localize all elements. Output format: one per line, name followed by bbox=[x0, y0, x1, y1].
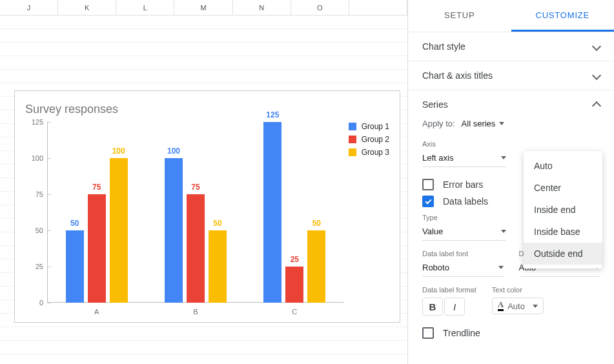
embedded-chart[interactable]: Survey responses 02550751001255075100A10… bbox=[14, 90, 400, 323]
chevron-down-icon bbox=[592, 71, 601, 80]
bold-button[interactable]: B bbox=[422, 298, 443, 316]
dropdown-option[interactable]: Center bbox=[524, 177, 602, 199]
column-header[interactable]: M bbox=[174, 0, 232, 15]
chevron-up-icon bbox=[592, 101, 601, 110]
spreadsheet-canvas[interactable]: JKLMNO Survey responses 0255075100125507… bbox=[0, 0, 407, 364]
sheet-row[interactable] bbox=[0, 70, 407, 83]
bar[interactable] bbox=[66, 230, 84, 303]
italic-button[interactable]: I bbox=[444, 298, 465, 316]
data-labels-label: Data labels bbox=[443, 196, 488, 207]
data-label: 75 bbox=[191, 183, 200, 192]
dropdown-option[interactable]: Inside base bbox=[524, 221, 602, 243]
trendline-checkbox-row[interactable]: Trendline bbox=[422, 327, 600, 339]
sheet-row[interactable] bbox=[0, 15, 407, 29]
sheet-row[interactable] bbox=[0, 56, 407, 70]
chart-title: Survey responses bbox=[25, 103, 118, 116]
y-tick-label: 50 bbox=[23, 227, 43, 234]
y-axis bbox=[47, 122, 48, 303]
column-headers: JKLMNO bbox=[0, 0, 407, 15]
sheet-row[interactable] bbox=[0, 43, 407, 56]
axis-select[interactable]: Left axis bbox=[422, 149, 506, 167]
section-series[interactable]: Series bbox=[408, 90, 614, 119]
sheet-row[interactable] bbox=[0, 341, 407, 354]
bar[interactable] bbox=[187, 194, 205, 303]
column-header[interactable] bbox=[349, 0, 407, 15]
dropdown-icon bbox=[498, 266, 504, 269]
column-header[interactable]: O bbox=[291, 0, 349, 15]
section-chart-style[interactable]: Chart style bbox=[408, 32, 614, 61]
dropdown-option[interactable]: Inside end bbox=[524, 199, 602, 221]
dropdown-option[interactable]: Auto bbox=[524, 155, 602, 177]
y-tick-label: 125 bbox=[23, 118, 43, 126]
dropdown-icon bbox=[533, 305, 538, 308]
dropdown-icon bbox=[501, 156, 506, 159]
chart-editor-panel: SETUP CUSTOMIZE Chart style Chart & axis… bbox=[407, 0, 614, 364]
bar[interactable] bbox=[307, 230, 325, 303]
checkbox-unchecked-icon[interactable] bbox=[422, 327, 434, 339]
bar[interactable] bbox=[165, 158, 183, 303]
bar[interactable] bbox=[110, 158, 128, 303]
dropdown-icon bbox=[499, 122, 504, 125]
column-header[interactable]: J bbox=[0, 0, 58, 15]
data-label: 100 bbox=[112, 147, 125, 156]
legend-item[interactable]: Group 1 bbox=[349, 122, 389, 131]
text-color-icon: A bbox=[498, 301, 504, 311]
x-category-label: C bbox=[292, 308, 297, 316]
column-header[interactable]: L bbox=[116, 0, 174, 15]
y-tick-label: 75 bbox=[23, 190, 43, 198]
data-label: 100 bbox=[167, 147, 180, 156]
type-label: Type bbox=[422, 214, 506, 221]
bar[interactable] bbox=[209, 230, 227, 303]
tab-customize[interactable]: CUSTOMIZE bbox=[511, 0, 615, 30]
sheet-row[interactable] bbox=[0, 327, 407, 341]
position-dropdown[interactable]: AutoCenterInside endInside baseOutside e… bbox=[524, 151, 602, 268]
legend-swatch bbox=[349, 123, 356, 130]
y-tick-label: 0 bbox=[23, 299, 43, 307]
bar[interactable] bbox=[88, 194, 106, 303]
checkbox-checked-icon[interactable] bbox=[422, 196, 434, 207]
chart-legend: Group 1Group 2Group 3 bbox=[349, 122, 389, 161]
legend-label: Group 3 bbox=[362, 148, 389, 157]
format-label: Data label format bbox=[422, 286, 476, 294]
apply-to-select[interactable]: All series bbox=[462, 119, 505, 128]
y-tick-label: 25 bbox=[23, 263, 43, 270]
dropdown-icon bbox=[501, 230, 506, 233]
chevron-down-icon bbox=[592, 42, 601, 51]
legend-item[interactable]: Group 2 bbox=[349, 135, 389, 144]
data-label: 50 bbox=[70, 219, 79, 228]
dropdown-option[interactable]: Outside end bbox=[524, 243, 602, 265]
section-label: Chart style bbox=[422, 41, 466, 52]
bar[interactable] bbox=[285, 267, 303, 303]
data-label: 50 bbox=[213, 219, 221, 228]
y-tick bbox=[47, 303, 51, 303]
panel-tabs: SETUP CUSTOMIZE bbox=[408, 0, 614, 30]
font-label: Data label font bbox=[422, 250, 504, 258]
sheet-row[interactable] bbox=[0, 354, 407, 364]
bar[interactable] bbox=[263, 122, 281, 303]
legend-label: Group 1 bbox=[362, 122, 389, 131]
tab-setup[interactable]: SETUP bbox=[408, 0, 511, 30]
chart-plot-area: 02550751001255075100A1007550B1252550C bbox=[47, 122, 344, 303]
checkbox-unchecked-icon[interactable] bbox=[422, 179, 434, 190]
legend-swatch bbox=[349, 148, 356, 156]
type-select[interactable]: Value bbox=[422, 223, 506, 241]
section-chart-axis-titles[interactable]: Chart & axis titles bbox=[408, 61, 614, 90]
text-color-select[interactable]: A Auto bbox=[492, 298, 544, 314]
apply-to-row: Apply to: All series bbox=[422, 119, 600, 128]
x-category-label: B bbox=[193, 308, 198, 316]
legend-label: Group 2 bbox=[362, 135, 389, 144]
data-label: 75 bbox=[92, 183, 101, 192]
column-header[interactable]: N bbox=[233, 0, 291, 15]
axis-label: Axis bbox=[422, 140, 506, 148]
x-category-label: A bbox=[94, 308, 99, 316]
error-bars-label: Error bars bbox=[443, 179, 483, 190]
column-header[interactable]: K bbox=[58, 0, 116, 15]
font-select[interactable]: Roboto bbox=[422, 259, 504, 277]
section-label: Series bbox=[422, 99, 448, 110]
legend-item[interactable]: Group 3 bbox=[349, 148, 389, 157]
section-label: Chart & axis titles bbox=[422, 70, 493, 81]
sheet-row[interactable] bbox=[0, 29, 407, 43]
data-label: 25 bbox=[291, 255, 299, 264]
data-label: 125 bbox=[266, 110, 279, 119]
y-tick-label: 100 bbox=[23, 154, 43, 162]
